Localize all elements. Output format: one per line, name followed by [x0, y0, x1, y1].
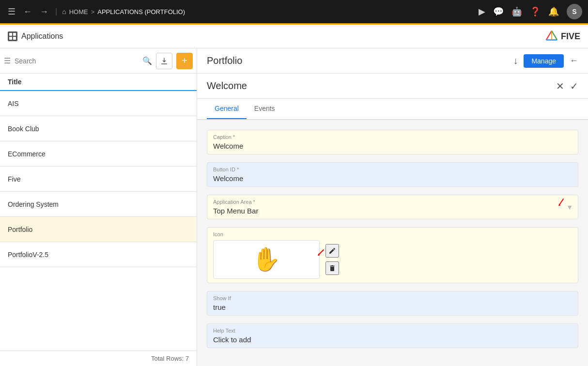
- caption-field[interactable]: Caption * Welcome: [207, 130, 578, 154]
- list-item-five[interactable]: Five: [0, 167, 197, 192]
- tab-general[interactable]: General: [207, 99, 247, 119]
- sidebar-list-header: Title: [0, 74, 197, 91]
- icon-preview: ✋: [213, 240, 320, 279]
- search-input[interactable]: [15, 57, 140, 65]
- chat-icon[interactable]: 💬: [493, 6, 504, 17]
- svg-rect-1: [13, 33, 16, 36]
- list-item-portfoliov2[interactable]: PortfolioV-2.5: [0, 242, 197, 267]
- red-arrow-app-area: [555, 198, 564, 208]
- app-area-label: Application Area *: [213, 199, 572, 205]
- button-id-value: Welcome: [213, 174, 572, 183]
- app-header: Applications FIVE: [0, 23, 588, 48]
- list-header-title: Title: [8, 78, 22, 86]
- content-header: Portfolio ↓ Manage ←: [197, 48, 588, 74]
- close-icon[interactable]: ✕: [556, 80, 564, 92]
- play-icon[interactable]: ▶: [479, 6, 485, 17]
- sidebar-toolbar: ☰ 🔍 +: [0, 48, 197, 74]
- app-sidebar-icon[interactable]: [8, 31, 17, 41]
- five-logo-text: FIVE: [561, 31, 580, 42]
- filter-icon[interactable]: ☰: [4, 56, 11, 65]
- list-item-bookclub[interactable]: Book Club: [0, 116, 197, 141]
- list-item-ais[interactable]: AIS: [0, 91, 197, 116]
- list-item-ordering[interactable]: Ordering System: [0, 192, 197, 217]
- help-icon[interactable]: ❓: [530, 6, 541, 17]
- welcome-panel: Welcome ✕ ✓ General Events: [197, 74, 588, 120]
- hand-icon: ✋: [252, 246, 281, 273]
- breadcrumb-current: APPLICATIONS (PORTFOLIO): [97, 8, 185, 15]
- welcome-header: Welcome ✕ ✓: [197, 74, 588, 99]
- show-if-value: true: [213, 303, 572, 311]
- help-text-value: Click to add: [213, 336, 572, 344]
- svg-rect-0: [9, 33, 12, 36]
- list-item-portfolio[interactable]: Portfolio: [0, 217, 197, 242]
- breadcrumb-home[interactable]: HOME: [69, 8, 88, 15]
- welcome-actions: ✕ ✓: [556, 80, 578, 92]
- button-id-label: Button ID *: [213, 167, 572, 172]
- search-icon[interactable]: 🔍: [142, 56, 152, 65]
- dropdown-arrow-icon: ▼: [566, 203, 573, 211]
- icon-label: Icon: [213, 231, 572, 237]
- navigate-back-icon[interactable]: ←: [570, 56, 578, 66]
- list-item-ecommerce[interactable]: ECommerce: [0, 141, 197, 167]
- app-header-right: FIVE: [544, 29, 580, 44]
- confirm-icon[interactable]: ✓: [570, 80, 578, 92]
- caption-value: Welcome: [213, 142, 572, 150]
- content-title: Portfolio: [207, 55, 507, 66]
- manage-button[interactable]: Manage: [524, 54, 564, 68]
- form-area: Caption * Welcome Button ID * Welcome Ap…: [197, 120, 588, 366]
- robot-icon[interactable]: 🤖: [511, 6, 522, 17]
- svg-rect-2: [9, 37, 12, 40]
- svg-line-10: [319, 250, 324, 255]
- download-icon[interactable]: ↓: [513, 55, 518, 66]
- hamburger-icon[interactable]: ☰: [6, 4, 17, 19]
- top-nav-right: ▶ 💬 🤖 ❓ 🔔 S: [479, 4, 582, 19]
- breadcrumb-arrow-1: >: [91, 8, 95, 15]
- top-nav-bar: ☰ ← → | ⌂ HOME > APPLICATIONS (PORTFOLIO…: [0, 0, 588, 23]
- search-wrap: 🔍: [15, 56, 152, 65]
- user-avatar[interactable]: S: [567, 4, 582, 19]
- tabs-bar: General Events: [197, 99, 588, 120]
- icon-actions: [325, 240, 339, 279]
- notification-icon[interactable]: 🔔: [548, 6, 559, 17]
- help-text-field[interactable]: Help Text Click to add: [207, 323, 578, 348]
- content-area: Portfolio ↓ Manage ← Welcome ✕ ✓ General…: [197, 48, 588, 366]
- red-arrow-icon: [315, 249, 325, 259]
- edit-icon-button[interactable]: [325, 244, 339, 258]
- add-icon: +: [182, 55, 187, 66]
- welcome-title: Welcome: [207, 80, 556, 92]
- svg-line-5: [552, 31, 557, 40]
- sidebar-list: AIS Book Club ECommerce Five Ordering Sy…: [0, 91, 197, 351]
- forward-nav-icon[interactable]: →: [38, 5, 50, 19]
- show-if-label: Show If: [213, 295, 572, 301]
- app-header-left: Applications: [8, 31, 63, 41]
- app-area-field[interactable]: Application Area * Top Menu Bar ▼: [207, 195, 578, 219]
- sidebar-footer: Total Rows: 7: [0, 351, 197, 366]
- five-logo: FIVE: [544, 29, 580, 44]
- breadcrumb: ⌂ HOME > APPLICATIONS (PORTFOLIO): [62, 8, 185, 15]
- sidebar: ☰ 🔍 + Title AIS Book Club: [0, 48, 197, 366]
- app-area-value: Top Menu Bar: [213, 207, 572, 215]
- svg-line-4: [546, 31, 552, 40]
- back-nav-icon[interactable]: ←: [21, 5, 34, 19]
- caption-label: Caption *: [213, 134, 572, 140]
- home-icon: ⌂: [62, 8, 66, 15]
- help-text-label: Help Text: [213, 328, 572, 334]
- tab-events[interactable]: Events: [247, 99, 283, 119]
- main-layout: ☰ 🔍 + Title AIS Book Club: [0, 48, 588, 366]
- total-rows-label: Total Rows: 7: [151, 355, 189, 362]
- delete-icon-button[interactable]: [325, 261, 339, 275]
- add-button[interactable]: +: [176, 53, 193, 69]
- button-id-field[interactable]: Button ID * Welcome: [207, 162, 578, 187]
- import-button[interactable]: [156, 53, 172, 69]
- svg-rect-3: [13, 37, 16, 40]
- app-title: Applications: [21, 32, 63, 41]
- icon-field: Icon ✋: [207, 227, 578, 283]
- svg-line-8: [559, 199, 563, 205]
- show-if-field[interactable]: Show If true: [207, 291, 578, 316]
